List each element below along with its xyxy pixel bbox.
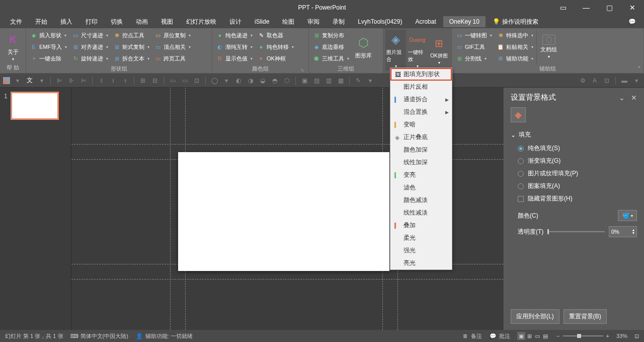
normal-view-icon[interactable]: ▣ xyxy=(517,332,525,340)
qa-distribute-2[interactable]: ⊟ xyxy=(150,76,159,85)
tab-draw[interactable]: 绘图 xyxy=(276,16,300,28)
tab-insert[interactable]: 插入 xyxy=(54,16,78,28)
zoom-out-button[interactable]: − xyxy=(556,333,559,339)
paste-related-button[interactable]: 📋粘贴相关▾ xyxy=(495,41,535,52)
qa-dropdown-1[interactable]: ▾ xyxy=(13,76,22,85)
qa-3d-1[interactable]: ⬡ xyxy=(282,76,291,85)
gradient-swap-button[interactable]: ◐渐纯互转▾ xyxy=(214,41,255,52)
about-button[interactable]: K 关于 ▾ xyxy=(2,30,24,63)
notes-button[interactable]: ≣备注 xyxy=(461,332,482,340)
tab-view[interactable]: 视图 xyxy=(155,16,179,28)
accessibility-button[interactable]: 👤辅助功能: 一切就绪 xyxy=(135,332,193,340)
gradient-fill-radio[interactable]: 渐变填充(G) xyxy=(511,157,637,165)
eyedropper-button[interactable]: ✎取色器 xyxy=(256,30,296,41)
qa-dropdown-5[interactable]: ▾ xyxy=(632,76,641,85)
qa-distribute-1[interactable]: ⊞ xyxy=(138,76,147,85)
menu-invert[interactable]: 图片反相 xyxy=(390,81,452,93)
qa-align-5[interactable]: ⫲ xyxy=(109,76,118,85)
qa-align-3[interactable]: ⊨ xyxy=(79,76,88,85)
qa-text-icon[interactable]: 文 xyxy=(25,76,34,85)
qa-align-6[interactable]: ⫳ xyxy=(121,76,130,85)
zoom-level[interactable]: 33% xyxy=(616,333,627,339)
qa-dropdown-4[interactable]: ▾ xyxy=(366,76,375,85)
ok-frame-button[interactable]: ▾OK神框 xyxy=(256,53,296,64)
qa-align-1[interactable]: ⊫ xyxy=(55,76,64,85)
text-split-button[interactable]: ⊞拆合文本▾ xyxy=(111,53,151,64)
shape-library-button[interactable]: ⬡ 图形库 xyxy=(352,30,374,64)
qa-merge-4[interactable]: ◒ xyxy=(258,76,267,85)
tab-islide[interactable]: iSlide xyxy=(249,16,275,27)
qa-merge-2[interactable]: ◐ xyxy=(234,76,243,85)
menu-soft-light[interactable]: 柔光 xyxy=(390,232,452,244)
tab-review[interactable]: 审阅 xyxy=(301,16,326,28)
qa-dropdown-2[interactable]: ▾ xyxy=(37,76,46,85)
3d-tools-button[interactable]: ⬢三维工具▾ xyxy=(311,53,351,64)
qa-right-1[interactable]: ⚙ xyxy=(578,76,587,85)
qa-pic-3[interactable]: ▥ xyxy=(324,76,333,85)
tab-slideshow[interactable]: 幻灯片放映 xyxy=(180,16,222,28)
qa-pic-2[interactable]: ▤ xyxy=(312,76,321,85)
apply-all-button[interactable]: 应用到全部(L) xyxy=(511,309,559,324)
size-progress-button[interactable]: ▭尺寸递进▾ xyxy=(70,30,110,41)
cross-page-button[interactable]: ▭跨页工具 xyxy=(152,53,193,64)
tab-print[interactable]: 打印 xyxy=(79,16,104,28)
menu-color-dodge[interactable]: 颜色减淡 xyxy=(390,194,452,207)
remove-button[interactable]: ✦一键去除 xyxy=(28,53,69,64)
collapse-ribbon-icon[interactable]: ⌃ xyxy=(637,65,641,71)
tellme-search[interactable]: 💡操作说明搜索 xyxy=(487,16,544,28)
qa-dropdown-3[interactable]: ▾ xyxy=(222,76,231,85)
insert-shape-button[interactable]: ◆插入形状▾ xyxy=(28,30,69,41)
show-color-button[interactable]: R显示色值▾ xyxy=(214,53,255,64)
transparency-slider[interactable] xyxy=(547,231,605,232)
fill-tab-icon[interactable]: ◆ xyxy=(511,107,526,122)
slide-info[interactable]: 幻灯片 第 1 张，共 1 张 xyxy=(5,332,63,340)
sorter-view-icon[interactable]: ⊞ xyxy=(525,332,533,340)
pane-close-icon[interactable]: ✕ xyxy=(631,94,637,102)
qa-shape-2[interactable]: ▭ xyxy=(180,76,189,85)
qa-right-3[interactable]: ⊡ xyxy=(602,76,611,85)
qa-pic-1[interactable]: ▣ xyxy=(300,76,309,85)
qa-pen-icon[interactable]: ✎ xyxy=(354,76,363,85)
pattern-fill-radio[interactable]: 图案填充(A) xyxy=(511,182,637,190)
assist-button[interactable]: ⚙辅助功能▾ xyxy=(495,53,535,64)
minimize-icon[interactable]: — xyxy=(575,0,598,15)
menu-darken[interactable]: 变暗 xyxy=(390,118,452,131)
menu-lighten[interactable]: 变亮 xyxy=(390,169,452,181)
effects-button[interactable]: Duang 一键特效 ▾ xyxy=(407,30,428,71)
fill-section-header[interactable]: ⌄填充 xyxy=(511,130,637,139)
tab-file[interactable]: 文件 xyxy=(4,16,28,28)
menu-hard-light[interactable]: 强光 xyxy=(390,244,452,257)
color-picker-button[interactable]: 🪣▾ xyxy=(618,210,637,221)
zoom-slider[interactable] xyxy=(563,335,603,336)
ribbon-display-icon[interactable]: ▭ xyxy=(551,0,575,15)
emf-import-button[interactable]: EEMF导入▾ xyxy=(28,41,69,52)
qa-merge-1[interactable]: ◯ xyxy=(210,76,219,85)
menu-overlay[interactable]: 叠加 xyxy=(390,219,452,232)
qa-icon-1[interactable] xyxy=(3,77,10,84)
qa-shape-1[interactable]: ▭ xyxy=(168,76,177,85)
maximize-icon[interactable]: ▢ xyxy=(598,0,621,15)
reset-bg-button[interactable]: 重置背景(B) xyxy=(564,309,607,324)
rotate-progress-button[interactable]: ↻旋转递进▾ xyxy=(70,53,110,64)
reading-view-icon[interactable]: ▭ xyxy=(533,332,541,340)
tab-record[interactable]: 录制 xyxy=(327,16,351,28)
special-select-button[interactable]: ✱特殊选中▾ xyxy=(495,30,535,41)
tab-transitions[interactable]: 切换 xyxy=(105,16,129,28)
convert-image-button[interactable]: ▭一键转图▾ xyxy=(454,30,494,41)
copy-distribute-button[interactable]: ⊞复制分布 xyxy=(311,30,351,41)
menu-screen[interactable]: 滤色 xyxy=(390,181,452,194)
gif-tool-button[interactable]: ▭GIF工具 xyxy=(454,41,494,52)
hide-bg-checkbox[interactable]: 隐藏背景图形(H) xyxy=(511,194,637,203)
matrix-copy-button[interactable]: ⊞矩式复制▾ xyxy=(111,41,151,52)
slideshow-view-icon[interactable]: ▤ xyxy=(541,332,549,340)
menu-linear-dodge[interactable]: 线性减淡 xyxy=(390,207,452,219)
tab-animations[interactable]: 动画 xyxy=(130,16,154,28)
solid-progress-button[interactable]: ●纯色递进▾ xyxy=(214,30,255,41)
menu-blend-replace[interactable]: 混合置换▶ xyxy=(390,106,452,118)
menu-linear-burn[interactable]: 线性加深 xyxy=(390,156,452,169)
divider-button[interactable]: ⊞分割线▾ xyxy=(454,53,494,64)
menu-multiply[interactable]: ◈正片叠底 xyxy=(390,131,452,144)
color-transfer-button[interactable]: ●纯色转移▾ xyxy=(256,41,296,52)
qa-pic-4[interactable]: ▦ xyxy=(336,76,345,85)
tab-lvyhtools[interactable]: LvyhTools(0429) xyxy=(352,16,408,27)
